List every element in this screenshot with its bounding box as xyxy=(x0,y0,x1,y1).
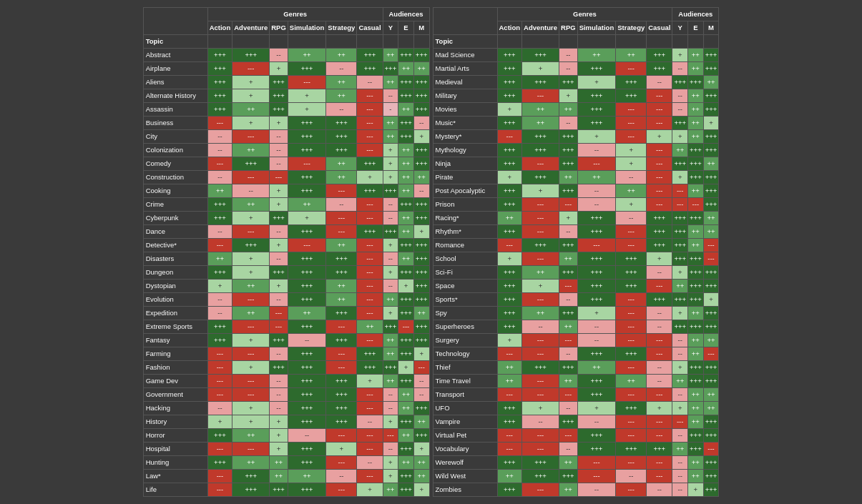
value-cell: --- xyxy=(559,198,578,212)
value-cell: ++ xyxy=(288,470,326,483)
value-cell: -- xyxy=(672,483,688,497)
value-cell: --- xyxy=(207,239,232,252)
value-cell: + xyxy=(383,239,398,252)
value-cell: --- xyxy=(270,320,288,334)
table-row: Movies++++++++--------+++++ xyxy=(433,103,719,117)
value-cell: --- xyxy=(522,252,559,266)
value-cell: --- xyxy=(647,157,672,171)
value-cell: -- xyxy=(559,117,578,130)
value-cell: +++ xyxy=(413,212,429,225)
col-header-casual: Casual xyxy=(357,21,383,35)
value-cell: -- xyxy=(207,171,232,184)
topic-cell: Thief xyxy=(433,361,497,375)
value-cell: -- xyxy=(559,347,578,361)
value-cell: ++ xyxy=(616,49,647,62)
value-cell: +++ xyxy=(288,266,326,280)
value-cell: +++ xyxy=(672,117,688,130)
table-row: Dystopian+++++++++-----++++ xyxy=(143,280,429,293)
value-cell: +++ xyxy=(232,483,270,497)
col-header-adventure: Adventure xyxy=(522,21,559,35)
value-cell: -- xyxy=(270,347,288,361)
value-cell: --- xyxy=(616,130,647,144)
value-cell: + xyxy=(672,402,688,415)
col-sub-header xyxy=(559,35,578,49)
right-table-section: GenresAudiencesActionAdventureRPGSimulat… xyxy=(433,7,720,497)
value-cell: +++ xyxy=(688,443,704,456)
value-cell: - xyxy=(383,103,398,117)
value-cell: ++ xyxy=(688,456,704,470)
value-cell: +++ xyxy=(398,198,414,212)
value-cell: ++ xyxy=(497,212,522,225)
topic-header xyxy=(433,8,497,35)
value-cell: +++ xyxy=(383,320,398,334)
value-cell: --- xyxy=(672,184,688,198)
topic-cell: Spy xyxy=(433,307,497,320)
value-cell: --- xyxy=(616,62,647,76)
value-cell: -- xyxy=(672,456,688,470)
topic-cell: Superheroes xyxy=(433,320,497,334)
topic-cell: Disasters xyxy=(143,252,207,266)
value-cell: +++ xyxy=(559,361,578,375)
value-cell: -- xyxy=(672,470,688,483)
value-cell: +++ xyxy=(672,225,688,239)
value-cell: +++ xyxy=(413,239,429,252)
table-row: Ninja+++---+++---+---++++++++ xyxy=(433,157,719,171)
value-cell: -- xyxy=(383,388,398,402)
col-sub-header xyxy=(383,35,398,49)
value-cell: ++ xyxy=(413,171,429,184)
value-cell: +++ xyxy=(577,89,616,103)
col-header-e: E xyxy=(398,21,414,35)
value-cell: ++ xyxy=(232,429,270,443)
table-row: Transport---------+++--------++++ xyxy=(433,388,719,402)
value-cell: -- xyxy=(522,415,559,429)
value-cell: + xyxy=(616,157,647,171)
table-row: Business---++++++++---+++++-- xyxy=(143,117,429,130)
value-cell: ++ xyxy=(688,347,704,361)
value-cell: +++ xyxy=(357,225,383,239)
value-cell: +++ xyxy=(398,415,414,429)
value-cell: + xyxy=(207,415,232,429)
value-cell: +++ xyxy=(522,171,559,184)
value-cell: +++ xyxy=(288,402,326,415)
value-cell: --- xyxy=(207,347,232,361)
topic-cell: Horror xyxy=(143,429,207,443)
col-header-e: E xyxy=(688,21,704,35)
value-cell: -- xyxy=(288,334,326,347)
value-cell: +++ xyxy=(703,429,719,443)
table-row: Hospital------+++++-----++++ xyxy=(143,443,429,456)
value-cell: --- xyxy=(398,320,414,334)
table-row: Airplane+++---++++--++++++++++ xyxy=(143,62,429,76)
value-cell: ++ xyxy=(559,103,578,117)
value-cell: +++ xyxy=(688,212,704,225)
value-cell: -- xyxy=(647,320,672,334)
value-cell: ++ xyxy=(559,456,578,470)
value-cell: ++ xyxy=(559,483,578,497)
value-cell: +++ xyxy=(288,375,326,388)
value-cell: --- xyxy=(357,307,383,320)
value-cell: ++ xyxy=(207,184,232,198)
value-cell: ++ xyxy=(413,62,429,76)
table-row: Sci-Fi++++++++++++++--+++++++ xyxy=(433,266,719,280)
value-cell: --- xyxy=(357,266,383,280)
value-cell: +++ xyxy=(703,470,719,483)
value-cell: --- xyxy=(326,483,357,497)
value-cell: +++ xyxy=(703,184,719,198)
value-cell: ++ xyxy=(688,62,704,76)
value-cell: +++ xyxy=(522,76,559,89)
table-row: Horror++++++-----------+++++ xyxy=(143,429,429,443)
value-cell: ++ xyxy=(616,184,647,198)
value-cell: -- xyxy=(270,144,288,157)
topic-cell: Rhythm* xyxy=(433,225,497,239)
value-cell: +++ xyxy=(577,62,616,76)
value-cell: +++ xyxy=(207,334,232,347)
value-cell: --- xyxy=(616,415,647,429)
topic-cell: Wild West xyxy=(433,470,497,483)
value-cell: ++ xyxy=(413,415,429,429)
topic-cell: Romance xyxy=(433,239,497,252)
topic-cell: Fashion xyxy=(143,361,207,375)
table-row: School+---+++++++++++++++--- xyxy=(433,252,719,266)
value-cell: --- xyxy=(357,144,383,157)
value-cell: +++ xyxy=(207,198,232,212)
value-cell: --- xyxy=(232,375,270,388)
value-cell: +++ xyxy=(577,443,616,456)
